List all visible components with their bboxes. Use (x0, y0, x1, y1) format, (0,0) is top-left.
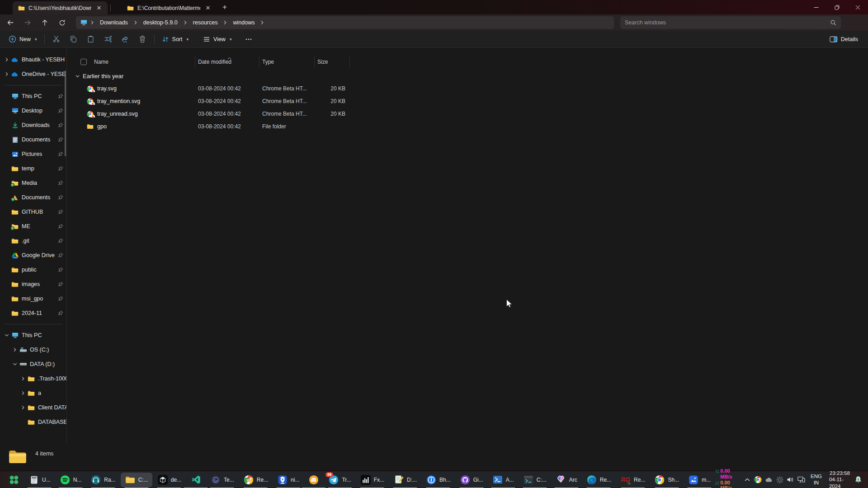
new-button[interactable]: New ▾ (5, 33, 41, 46)
minimize-button[interactable] (806, 0, 826, 14)
column-header-size[interactable]: Size (315, 56, 350, 68)
paste-button[interactable] (82, 33, 99, 46)
tray-chevron-up-icon[interactable] (742, 473, 753, 487)
chevron-right-icon[interactable] (20, 405, 26, 410)
sidebar-item-desktop[interactable]: Desktop (0, 103, 67, 118)
tray-volume-icon[interactable] (785, 473, 796, 487)
taskbar-app-arc[interactable]: Arc (552, 473, 581, 487)
taskbar-app-bh[interactable]: Bh... (422, 473, 455, 487)
close-button[interactable] (847, 0, 868, 14)
sidebar-item-google-drive[interactable]: Google Drive (0, 248, 67, 263)
sidebar-item-trash-1000[interactable]: .Trash-1000 (0, 371, 67, 386)
sidebar-item-a[interactable]: a (0, 386, 67, 400)
taskbar-app-fx[interactable]: Fx... (356, 473, 388, 487)
sidebar-item-this-pc[interactable]: This PC (0, 89, 67, 103)
tray-brightness-icon[interactable] (774, 473, 785, 487)
sidebar-item-bhautik-yesbh[interactable]: Bhautik - YESBH (0, 52, 67, 67)
sidebar-item-2024-11[interactable]: 2024-11 (0, 306, 67, 320)
explorer-tab-2[interactable]: E:\Contributation\Mattermost\✕ (122, 1, 217, 14)
taskbar-app-c[interactable]: C:... (519, 473, 551, 487)
sidebar-item-os-c[interactable]: OS (C:) (0, 343, 67, 357)
more-options-button[interactable] (240, 33, 257, 46)
sidebar-item-database[interactable]: DATABASE (0, 415, 67, 429)
taskbar-app-re[interactable]: RG71Re... (616, 473, 649, 487)
rename-button[interactable]: A (99, 33, 117, 46)
taskbar-app-a[interactable]: A... (488, 473, 518, 487)
chevron-right-icon[interactable] (4, 57, 10, 62)
sidebar-item-client-data[interactable]: Client DATA (0, 400, 67, 415)
chevron-right-icon[interactable] (20, 391, 26, 395)
sidebar-item-documents[interactable]: ↻Documents (0, 190, 67, 205)
column-header-type[interactable]: Type (259, 56, 315, 68)
breadcrumb-segment-desktop-5-9-0[interactable]: desktop-5.9.0 (140, 19, 181, 27)
search-bar[interactable] (620, 16, 841, 29)
file-row-gpo[interactable]: gpo03-08-2024 00:42File folder (67, 120, 868, 133)
clock[interactable]: 23:23:58 04-11-2024 (829, 470, 850, 488)
group-header[interactable]: Earlier this year (67, 70, 868, 82)
chevron-right-icon[interactable] (12, 347, 18, 352)
taskbar-app-re[interactable]: Re... (582, 473, 615, 487)
file-row-tray-svg[interactable]: Btray.svg03-08-2024 00:42Chrome Beta HT.… (67, 82, 868, 95)
view-button[interactable]: View ▾ (199, 33, 236, 46)
column-header-date-modified[interactable]: Date modified (195, 56, 259, 68)
tab-close-icon[interactable]: ✕ (204, 4, 212, 12)
taskbar-app-n[interactable]: N... (56, 473, 86, 487)
new-tab-button[interactable]: + (219, 2, 230, 13)
breadcrumb-segment-downloads[interactable]: Downloads (96, 19, 132, 27)
network-speed-widget[interactable]: ↑:0.00 MB/s ↓:0.00 MB/s (715, 468, 737, 488)
chevron-down-icon[interactable] (4, 333, 10, 338)
taskbar-app-c[interactable]: C:... (121, 473, 152, 487)
taskbar-app-clover[interactable] (5, 473, 24, 487)
tab-close-icon[interactable]: ✕ (95, 4, 103, 12)
taskbar-app-ni[interactable]: ni... (273, 473, 303, 487)
explorer-tab-1[interactable]: C:\Users\Yesbhautik\Downloa✕ (13, 1, 108, 14)
sidebar-item-pictures[interactable]: Pictures (0, 147, 67, 161)
taskbar-app-discord[interactable] (304, 473, 323, 487)
sidebar-item-this-pc[interactable]: This PC (0, 328, 67, 343)
column-header-name[interactable]: Name (67, 56, 195, 68)
breadcrumb-segment-resources[interactable]: resources (189, 19, 222, 27)
sidebar-item-msi-gpo[interactable]: msi_gpo (0, 291, 67, 306)
sidebar-item-data-d[interactable]: DATA (D:) (0, 357, 67, 371)
sidebar-item-documents[interactable]: Documents (0, 132, 67, 147)
chevron-right-icon[interactable] (20, 376, 26, 381)
sidebar-item-images[interactable]: images (0, 277, 67, 291)
taskbar-app-vscode[interactable] (186, 473, 205, 487)
back-button[interactable] (4, 16, 17, 29)
copy-button[interactable] (65, 33, 82, 46)
taskbar-app-sh[interactable]: Sh... (650, 473, 683, 487)
search-input[interactable] (625, 19, 830, 26)
chevron-right-icon[interactable] (4, 72, 10, 76)
sidebar-item-temp[interactable]: temp (0, 161, 67, 176)
delete-button[interactable] (134, 33, 151, 46)
breadcrumb-segment-windows[interactable]: windows (229, 19, 258, 27)
taskbar-app-gi[interactable]: Gi... (456, 473, 487, 487)
file-row-tray-mention-svg[interactable]: Btray_mention.svg03-08-2024 00:42Chrome … (67, 95, 868, 108)
sidebar-item-onedrive-yese[interactable]: OneDrive - YESE (0, 67, 67, 81)
share-button[interactable] (117, 33, 134, 46)
sidebar-item-me[interactable]: ↻ME (0, 219, 67, 234)
taskbar-app-re[interactable]: Re... (239, 473, 272, 487)
taskbar-app-u[interactable]: U... (24, 473, 55, 487)
forward-button[interactable] (21, 16, 34, 29)
sidebar-item-git[interactable]: .git (0, 234, 67, 248)
up-button[interactable] (38, 16, 52, 29)
breadcrumb[interactable]: Downloadsdesktop-5.9.0resourceswindows (76, 16, 614, 29)
tray-chrome-mini-icon[interactable] (753, 473, 764, 487)
chevron-down-icon[interactable] (12, 362, 18, 366)
language-indicator[interactable]: ENG IN (811, 474, 822, 486)
notification-bell-button[interactable]: z (854, 473, 863, 487)
sidebar-item-media[interactable]: ↻Media (0, 176, 67, 190)
taskbar-app-d[interactable]: D:... (389, 473, 421, 487)
tray-cloud-icon[interactable] (764, 473, 774, 487)
sidebar-item-github[interactable]: GITHUB (0, 205, 67, 219)
taskbar-app-m[interactable]: m... (684, 473, 715, 487)
refresh-button[interactable] (55, 16, 69, 29)
taskbar-app-de[interactable]: de... (153, 473, 185, 487)
sort-button[interactable]: Sort ▾ (158, 33, 193, 46)
file-row-tray-unread-svg[interactable]: Btray_unread.svg03-08-2024 00:42Chrome B… (67, 108, 868, 120)
taskbar-app-ra[interactable]: Ra... (86, 473, 119, 487)
tray-monitor-icon[interactable] (796, 473, 807, 487)
cut-button[interactable] (48, 33, 65, 46)
taskbar-app-te[interactable]: Te... (206, 473, 238, 487)
